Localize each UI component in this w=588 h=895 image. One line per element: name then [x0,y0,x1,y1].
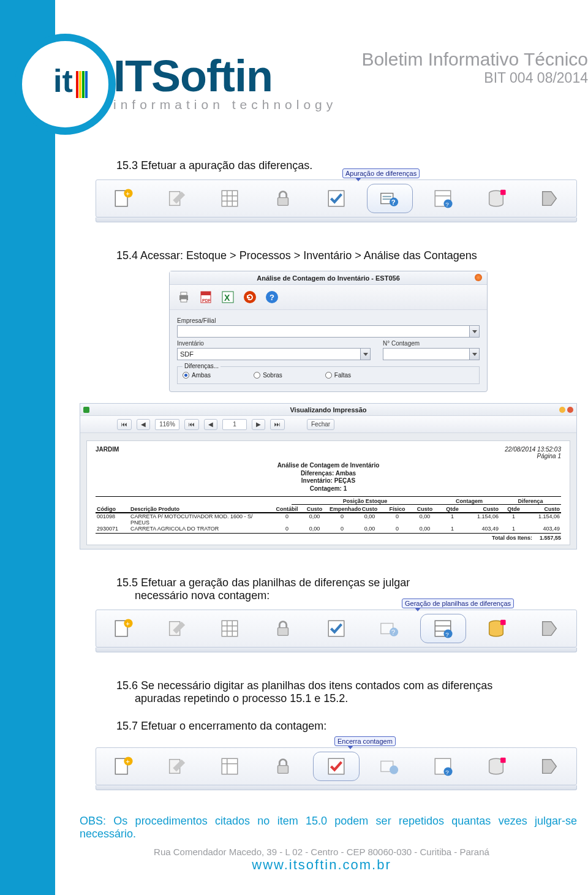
svg-rect-30 [181,299,187,302]
report-page-label: Página 1 [505,453,561,459]
tool-apuracao-button[interactable]: ? [363,180,417,217]
label-empresa: Empresa/Filial [177,317,480,324]
colgroup-posicao: Posição Estoque [292,498,439,505]
tool-report-help-button[interactable]: ? [417,180,470,217]
tool-geracao-button[interactable]: ? [417,610,470,647]
close-preview-button[interactable]: Fechar [307,419,334,430]
colgroup-diferenca: Diferença [500,498,561,505]
tool-tag-button[interactable] [523,180,576,217]
tool-new-button[interactable]: + [96,180,149,217]
toolbar-3: + ? [96,747,577,785]
chevron-down-icon[interactable] [469,326,479,337]
tool-encerra-button[interactable] [309,748,363,785]
svg-rect-67 [277,766,288,774]
analysis-form: Análise de Contagem do Inventário - EST0… [169,271,488,392]
svg-text:it: it [53,63,73,99]
svg-rect-59 [500,620,506,625]
toolbar-2: + ? ? [96,610,577,648]
section-15-7: 15.7 Efetuar o encerramento da contagem: [135,720,577,733]
toolbar-1: + ? ? [96,179,577,217]
input-inventario[interactable]: SDF [177,348,371,360]
brand-name: ITSoftin [113,56,337,96]
table-header: Código Descrição Produto Contábil Custo … [96,506,561,512]
tool-db-button[interactable] [470,748,523,785]
svg-text:PDF: PDF [202,298,211,303]
page-number[interactable]: 1 [222,419,247,430]
preview-indicator-icon [83,407,89,413]
tool-lock-button[interactable] [256,748,309,785]
svg-rect-19 [383,198,391,200]
nav-next-page-button[interactable]: ▶ [252,419,265,430]
label-inventario: Inventário [177,340,371,347]
tooltip-apuracao: Apuração de diferenças [342,168,420,178]
svg-rect-18 [383,196,391,197]
tool-check-button[interactable] [309,180,363,217]
radio-faltas[interactable]: Faltas [325,372,351,379]
tool-new-button[interactable]: + [96,610,149,647]
tool-grid-button[interactable] [203,610,256,647]
tool-check-button[interactable] [309,610,363,647]
input-empresa[interactable] [177,325,480,338]
nav-prev-button[interactable]: ◀ [137,419,150,430]
radio-ambas[interactable]: Ambas [183,372,211,379]
header-subtitle: BIT 004 08/2014 [361,70,588,86]
brand-tagline: information technology [113,97,337,112]
tool-db-button[interactable] [470,610,523,647]
refresh-button[interactable] [241,288,259,306]
tool-apuracao-faded-button[interactable] [363,748,417,785]
svg-rect-64 [222,758,238,774]
brand-badge: it [15,34,116,135]
tool-edit-button[interactable] [149,610,203,647]
footer-address: Rua Comendador Macedo, 39 - L 02 - Centr… [55,847,588,857]
zoom-level[interactable]: 116% [155,419,179,430]
svg-rect-29 [181,292,187,295]
page-footer: Rua Comendador Macedo, 39 - L 02 - Centr… [55,847,588,873]
nav-last-page-button[interactable]: ⏭ [270,419,285,430]
report-title-1: Análise de Contagem de Inventário [96,462,561,470]
svg-text:X: X [224,293,230,303]
radio-sobras[interactable]: Sobras [254,372,282,379]
svg-point-70 [390,766,398,774]
chevron-down-icon[interactable] [469,349,479,360]
report-title-4: Contagem: 1 [96,485,561,493]
tool-grid-button[interactable] [203,180,256,217]
tool-tag-button[interactable] [523,748,576,785]
nav-first-button[interactable]: ⏮ [117,419,132,430]
svg-rect-27 [500,190,506,195]
svg-text:+: + [126,620,130,627]
tool-grid-button[interactable] [203,748,256,785]
nav-first-page-button[interactable]: ⏮ [184,419,199,430]
close-icon[interactable] [475,274,482,281]
report-page: JARDIM 22/08/2014 13:52:03 Página 1 Anál… [86,440,570,545]
tool-lock-button[interactable] [256,610,309,647]
tool-tag-button[interactable] [523,610,576,647]
help-button[interactable]: ? [263,288,281,306]
report-company: JARDIM [96,446,119,459]
tool-apuracao-faded-button[interactable]: ? [363,610,417,647]
chevron-down-icon[interactable] [360,349,370,360]
tool-edit-button[interactable] [149,748,203,785]
tool-new-button[interactable]: + [96,748,149,785]
svg-text:?: ? [445,631,449,638]
obs-text: OBS: Os procedimentos citados no item 15… [80,815,577,840]
table-row: 2930071 CARRETA AGRICOLA DO TRATOR 0 0,0… [96,526,561,532]
excel-button[interactable]: X [219,288,237,306]
input-ncontagem[interactable] [383,348,480,360]
nav-prev-page-button[interactable]: ◀ [204,419,217,430]
tool-report-help-button[interactable]: ? [417,748,470,785]
pdf-button[interactable]: PDF [197,288,215,306]
tool-edit-button[interactable] [149,180,203,217]
total-label: Total dos Itens: [492,535,532,541]
table-row: 001098 CARRETA P/ MOTOCUTIVADOR MOD. 160… [96,513,561,526]
form-title: Análise de Contagem do Inventário - EST0… [257,274,400,282]
brand-logo-block: it ITSoftin information technology [15,34,337,135]
tool-db-button[interactable] [470,180,523,217]
total-value: 1.557,55 [540,535,561,541]
print-button[interactable] [175,288,193,306]
colgroup-contagem: Contagem [439,498,500,505]
tool-lock-button[interactable] [256,180,309,217]
svg-rect-48 [277,628,288,636]
svg-rect-4 [82,71,85,98]
section-15-6: 15.6 Se necessário digitar as planilhas … [135,679,577,705]
svg-rect-75 [500,758,506,763]
